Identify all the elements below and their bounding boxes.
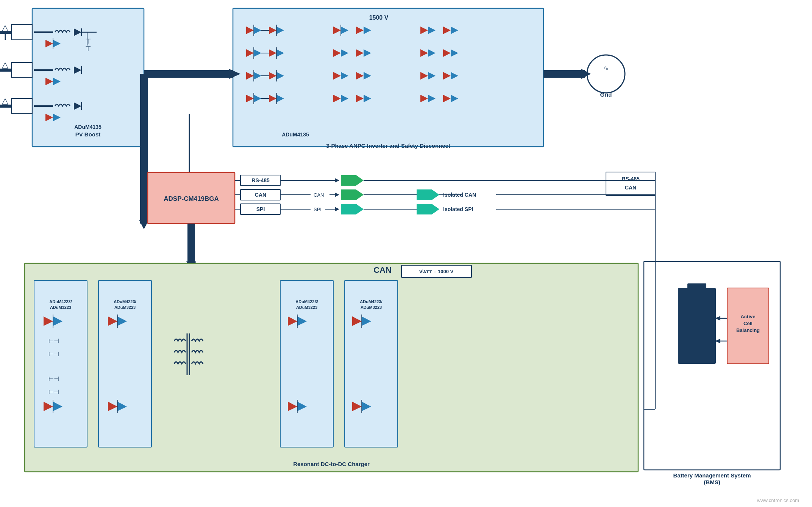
svg-text:△: △ (2, 23, 8, 32)
svg-text:△: △ (2, 96, 8, 105)
main-svg: 1500 V ADuM4135 PV Boost ADuM4135 3-Phas… (0, 0, 812, 507)
svg-rect-173 (678, 288, 716, 364)
adum4-label2: ADuM3223 (361, 305, 382, 310)
anpc-adum-label: ADuM4135 (282, 131, 309, 138)
bms-label: Battery Management System (673, 472, 751, 479)
rs485-signal-label: RS-485 (251, 177, 270, 183)
watermark: www.cntronics.com (757, 498, 799, 503)
can-signal-label: CAN (255, 192, 266, 198)
adum4-label1: ADuM4223/ (360, 299, 382, 304)
adum1-label1: ADuM4223/ (49, 299, 72, 304)
can-detected-label: CAN (373, 265, 392, 275)
svg-text:⊤: ⊤ (85, 45, 91, 53)
controller-label: ADSP-CM419BGA (164, 195, 219, 202)
can-line-label: CAN (314, 192, 324, 198)
pv-adum-label: ADuM4135 (74, 124, 102, 130)
isolated-spi-label: Isolated SPI (443, 206, 473, 212)
svg-rect-174 (687, 283, 706, 289)
grid-label: Grid (600, 91, 612, 98)
adum2-label2: ADuM3223 (114, 305, 136, 310)
svg-text:⊢⊣: ⊢⊣ (48, 338, 59, 344)
svg-text:⊤: ⊤ (85, 38, 91, 45)
pv-boost-label: PV Boost (75, 131, 101, 138)
bms-label2: (BMS) (704, 479, 720, 485)
diagram-container: 1500 V ADuM4135 PV Boost ADuM4135 3-Phas… (0, 0, 812, 507)
isolated-can-label: Isolated CAN (443, 192, 476, 198)
spi-signal-label: SPI (256, 206, 265, 212)
adum3-label1: ADuM4223/ (295, 299, 318, 304)
acb-label1: Active (740, 314, 755, 319)
svg-text:⊢⊣: ⊢⊣ (48, 376, 59, 382)
rs485-can-box-rs485: RS-485 (621, 176, 640, 182)
rs485-can-box-can: CAN (625, 185, 636, 191)
svg-text:∿: ∿ (604, 65, 609, 71)
svg-text:△: △ (2, 60, 8, 69)
vbatt-label: Vᴵᴀᴛᴛ – 1000 V (419, 269, 454, 274)
voltage-label: 1500 V (369, 14, 389, 21)
svg-text:⊢⊣: ⊢⊣ (48, 389, 59, 395)
acb-label3: Balancing (736, 327, 760, 333)
anpc-main-label: 3-Phase ANPC Inverter and Safety Disconn… (326, 142, 450, 149)
adum3-label2: ADuM3223 (296, 305, 317, 310)
spi-line-label: SPI (314, 207, 322, 212)
resonant-label: Resonant DC-to-DC Charger (293, 461, 370, 467)
svg-text:⊢⊣: ⊢⊣ (48, 351, 59, 357)
acb-label2: Cell (743, 321, 753, 326)
adum2-label1: ADuM4223/ (114, 299, 136, 304)
adum1-label2: ADuM3223 (50, 305, 71, 310)
